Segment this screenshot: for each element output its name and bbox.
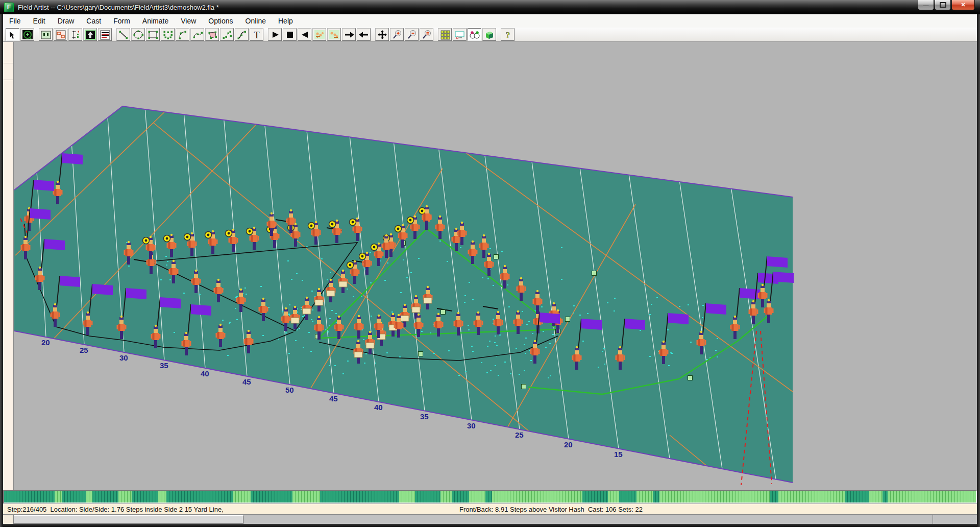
- menu-draw[interactable]: Draw: [52, 15, 81, 27]
- polygon-tool[interactable]: [205, 28, 219, 41]
- timeline-segment[interactable]: [55, 491, 62, 502]
- timeline-segment[interactable]: [415, 491, 440, 502]
- help-button[interactable]: ?: [501, 28, 514, 41]
- scrollbar-end-box[interactable]: [3, 515, 14, 524]
- timeline-segment[interactable]: [452, 491, 470, 502]
- horizontal-scrollbar[interactable]: [3, 514, 977, 524]
- status-bar: Step:216/405 Location: Side/Side: 1.76 S…: [3, 504, 977, 515]
- app-window: F Field Artist -- C:\Users\gary\Document…: [0, 0, 980, 527]
- timeline-segment[interactable]: [888, 491, 976, 502]
- timeline-segment[interactable]: [653, 491, 660, 502]
- field-options-button[interactable]: [453, 28, 467, 41]
- ellipse-tool[interactable]: [131, 28, 145, 41]
- step-forward-button[interactable]: [342, 28, 356, 41]
- timeline-segment[interactable]: [132, 491, 158, 502]
- vertical-scrollbar[interactable]: [3, 42, 14, 490]
- timeline-segment[interactable]: [399, 491, 415, 502]
- select-tool[interactable]: [6, 28, 19, 41]
- window-frame-left: [0, 14, 3, 527]
- menu-help[interactable]: Help: [272, 15, 299, 27]
- cast-editor-button[interactable]: [39, 28, 53, 41]
- zeq-icon: [421, 30, 432, 40]
- timeline-segment[interactable]: [582, 491, 608, 502]
- timeline-segment[interactable]: [485, 491, 493, 502]
- menu-options[interactable]: Options: [202, 15, 239, 27]
- title-bar[interactable]: F Field Artist -- C:\Users\gary\Document…: [0, 0, 980, 14]
- path-tool[interactable]: [190, 28, 204, 41]
- minimize-button[interactable]: —: [918, 0, 934, 10]
- timeline-segment[interactable]: [659, 491, 770, 502]
- timeline-segment[interactable]: [62, 491, 86, 502]
- resize-tool[interactable]: [68, 28, 82, 41]
- timeline-segment[interactable]: [233, 491, 251, 502]
- toolbar: T?: [3, 28, 977, 42]
- window-frame-right: [977, 14, 980, 527]
- timeline-segment[interactable]: [320, 491, 399, 502]
- timeline-segment[interactable]: [636, 491, 652, 502]
- rotate-view-tool[interactable]: [20, 28, 34, 41]
- line-tool[interactable]: [116, 28, 130, 41]
- zoom-out-button[interactable]: [405, 28, 419, 41]
- timeline-segment[interactable]: [608, 491, 619, 502]
- maximize-button[interactable]: [935, 0, 951, 10]
- zoom-reset-button[interactable]: [420, 28, 433, 41]
- perspective-view-toggle[interactable]: [468, 28, 481, 41]
- svg-text:25: 25: [515, 430, 524, 439]
- timeline-segment[interactable]: [118, 491, 132, 502]
- menu-online[interactable]: Online: [239, 15, 272, 27]
- menu-form[interactable]: Form: [107, 15, 136, 27]
- grid-icon: [439, 30, 451, 40]
- animate-forward-button[interactable]: [327, 28, 341, 41]
- arc-tool[interactable]: [176, 28, 189, 41]
- freeform-tool[interactable]: [220, 28, 234, 41]
- play-reverse-button[interactable]: [298, 28, 311, 41]
- grid-toggle-button[interactable]: [438, 28, 452, 41]
- scrollbar-thumb[interactable]: [14, 515, 243, 524]
- timeline-segment[interactable]: [469, 491, 485, 502]
- timeline-segment[interactable]: [869, 491, 883, 502]
- drill-canvas[interactable]: 2025303540455045403530252015: [14, 42, 977, 490]
- timeline-segment[interactable]: [92, 491, 118, 502]
- timeline-segment[interactable]: [770, 491, 778, 502]
- timeline-segment[interactable]: [619, 491, 637, 502]
- view-3d-toggle[interactable]: [482, 28, 496, 41]
- play-button[interactable]: [268, 28, 282, 41]
- form-icon: [40, 30, 52, 40]
- menu-cast[interactable]: Cast: [80, 15, 107, 27]
- timeline-segment[interactable]: [292, 491, 320, 502]
- timeline-segment[interactable]: [166, 491, 232, 502]
- menu-file[interactable]: File: [3, 15, 27, 27]
- timeline-segment[interactable]: [158, 491, 166, 502]
- timeline-segment[interactable]: [86, 491, 93, 502]
- timeline-segment[interactable]: [883, 491, 888, 502]
- timeline-bar[interactable]: [3, 490, 977, 504]
- timeline-segment[interactable]: [492, 491, 582, 502]
- svg-text:30: 30: [119, 353, 128, 362]
- window-frame-bottom: [0, 524, 980, 527]
- menu-edit[interactable]: Edit: [27, 15, 52, 27]
- text-tool[interactable]: T: [250, 28, 263, 41]
- stop-button[interactable]: [283, 28, 297, 41]
- timeline-segment[interactable]: [4, 491, 55, 502]
- zoom-in-button[interactable]: [390, 28, 404, 41]
- menu-view[interactable]: View: [175, 15, 202, 27]
- cube-icon: [484, 30, 495, 40]
- timeline-segment[interactable]: [440, 491, 452, 502]
- pan-tool[interactable]: [375, 28, 389, 41]
- curve-tool[interactable]: [235, 28, 249, 41]
- timeline-segment[interactable]: [845, 491, 869, 502]
- text-icon: T: [251, 30, 262, 40]
- set-properties-button[interactable]: [54, 28, 67, 41]
- svg-text:20: 20: [41, 338, 50, 347]
- notes-panel-button[interactable]: [98, 28, 112, 41]
- entry-marker-tool[interactable]: [83, 28, 97, 41]
- timeline-segment[interactable]: [778, 491, 844, 502]
- rectangle-tool[interactable]: [146, 28, 160, 41]
- animate-back-button[interactable]: [312, 28, 326, 41]
- udots-icon: [162, 30, 174, 40]
- close-button[interactable]: ✕: [951, 0, 975, 10]
- timeline-segment[interactable]: [251, 491, 292, 502]
- menu-animate[interactable]: Animate: [136, 15, 175, 27]
- scatter-tool[interactable]: [161, 28, 175, 41]
- step-back-button[interactable]: [357, 28, 371, 41]
